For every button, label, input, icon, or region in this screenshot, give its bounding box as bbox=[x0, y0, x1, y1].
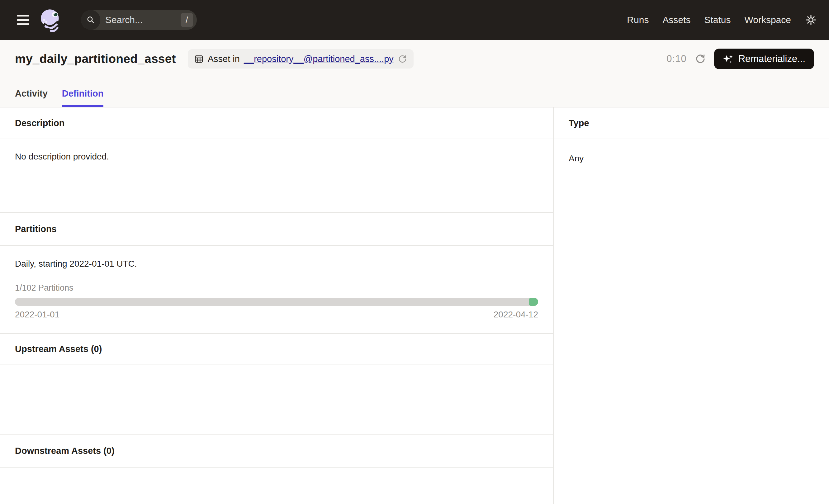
partition-progress-bar bbox=[15, 298, 538, 306]
repository-icon bbox=[194, 54, 204, 64]
partition-range-start: 2022-01-01 bbox=[15, 310, 60, 320]
menu-icon[interactable] bbox=[17, 15, 29, 25]
tab-activity[interactable]: Activity bbox=[15, 84, 48, 107]
definition-left-column: Description No description provided. Par… bbox=[0, 107, 554, 504]
refresh-countdown: 0:10 bbox=[666, 53, 686, 65]
asset-page-header: my_daily_partitioned_asset Asset in __re… bbox=[0, 40, 829, 107]
top-navigation-bar: / Runs Assets Status Workspace bbox=[0, 0, 829, 40]
asset-definition-tag: Asset in __repository__@partitioned_ass.… bbox=[188, 49, 413, 69]
definition-right-column: Type Any bbox=[554, 107, 829, 504]
reload-location-icon[interactable] bbox=[398, 54, 407, 64]
description-heading: Description bbox=[0, 107, 553, 139]
type-heading: Type bbox=[554, 107, 829, 139]
header-actions: 0:10 Rematerialize... bbox=[666, 48, 814, 69]
partition-range-row: 2022-01-01 2022-04-12 bbox=[15, 310, 538, 320]
code-location-link[interactable]: __repository__@partitioned_ass....py bbox=[244, 54, 394, 64]
search-input[interactable] bbox=[100, 15, 181, 25]
partition-progress-fill bbox=[529, 298, 538, 306]
settings-gear-icon[interactable] bbox=[805, 14, 817, 26]
description-body: No description provided. bbox=[0, 139, 553, 213]
global-search[interactable]: / bbox=[81, 10, 197, 30]
upstream-assets-body bbox=[0, 364, 553, 435]
nav-workspace[interactable]: Workspace bbox=[744, 15, 791, 25]
refresh-icon[interactable] bbox=[695, 53, 706, 65]
page-title: my_daily_partitioned_asset bbox=[15, 52, 176, 66]
partition-range-end: 2022-04-12 bbox=[494, 310, 538, 320]
tab-definition[interactable]: Definition bbox=[62, 84, 104, 107]
title-row: my_daily_partitioned_asset Asset in __re… bbox=[0, 40, 829, 69]
sparkles-icon bbox=[723, 53, 734, 65]
type-value: Any bbox=[554, 139, 829, 178]
downstream-assets-heading: Downstream Assets (0) bbox=[0, 435, 553, 468]
partition-schedule-text: Daily, starting 2022-01-01 UTC. bbox=[15, 259, 538, 269]
partitions-body: Daily, starting 2022-01-01 UTC. 1/102 Pa… bbox=[0, 246, 553, 334]
downstream-assets-body bbox=[0, 468, 553, 504]
nav-status[interactable]: Status bbox=[704, 15, 731, 25]
upstream-assets-heading: Upstream Assets (0) bbox=[0, 334, 553, 364]
asset-in-label: Asset in bbox=[208, 54, 240, 64]
nav-runs[interactable]: Runs bbox=[627, 15, 649, 25]
partitions-heading: Partitions bbox=[0, 213, 553, 246]
asset-tabs: Activity Definition bbox=[0, 84, 829, 107]
rematerialize-button[interactable]: Rematerialize... bbox=[714, 48, 814, 69]
nav-assets[interactable]: Assets bbox=[662, 15, 690, 25]
dagster-octopus-logo[interactable] bbox=[39, 8, 63, 32]
search-icon bbox=[81, 10, 100, 30]
app-root: / Runs Assets Status Workspace my_daily_… bbox=[0, 0, 829, 504]
partition-count-label: 1/102 Partitions bbox=[15, 283, 538, 293]
search-shortcut-badge: / bbox=[181, 13, 193, 27]
definition-content: Description No description provided. Par… bbox=[0, 107, 829, 504]
rematerialize-label: Rematerialize... bbox=[738, 53, 805, 65]
top-nav-links: Runs Assets Status Workspace bbox=[627, 15, 791, 25]
